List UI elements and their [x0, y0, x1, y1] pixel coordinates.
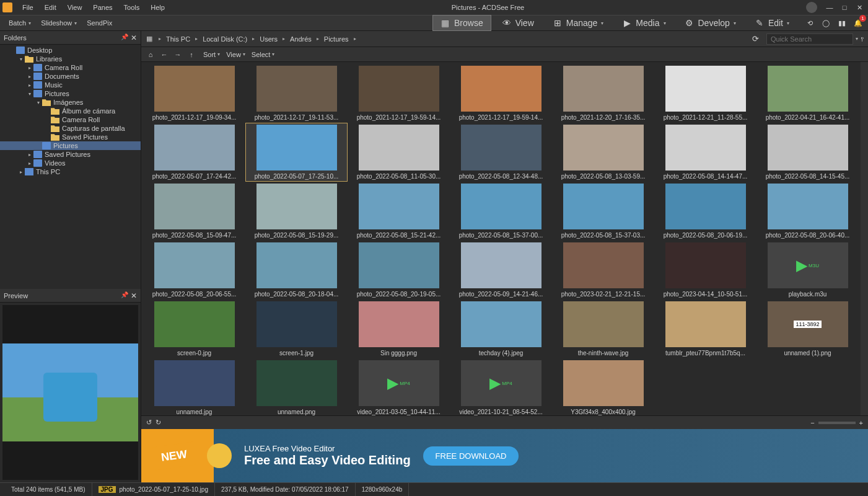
breadcrumb-chevron-icon[interactable]: ▸	[315, 36, 320, 42]
thumbnail-item[interactable]: photo_2021-12-20_17-16-35...	[553, 64, 654, 122]
tree-item[interactable]: ▾Pictures	[0, 89, 141, 98]
tree-twisty-icon[interactable]: ▸	[26, 65, 33, 71]
minimize-button[interactable]: —	[823, 3, 836, 12]
tree-twisty-icon[interactable]: ▸	[17, 169, 25, 175]
up-icon[interactable]: ↑	[186, 49, 197, 60]
mode-tab-media[interactable]: ▶Media▾	[614, 15, 673, 31]
tree-item[interactable]: Pictures	[0, 141, 141, 150]
breadcrumb-segment[interactable]: Pictures	[322, 34, 351, 44]
breadcrumb-chevron-icon[interactable]: ▸	[353, 36, 357, 42]
mode-tab-edit[interactable]: ✎Edit▾	[747, 15, 797, 31]
thumbnail-item[interactable]: photo_2021-12-17_19-59-14...	[450, 64, 551, 122]
thumbnail-item[interactable]: photo_2022-05-08_11-05-30...	[348, 123, 449, 181]
tree-item[interactable]: Álbum de cámara	[0, 107, 141, 115]
menu-file[interactable]: File	[17, 2, 38, 13]
thumbnail-item[interactable]: photo_2022-05-08_15-37-03...	[553, 182, 654, 240]
sort-dropdown[interactable]: Sort▾	[203, 51, 220, 58]
thumbnail-item[interactable]: screen-1.jpg	[246, 300, 347, 358]
thumbnail-item[interactable]: photo_2022-05-08_20-18-04...	[246, 241, 347, 299]
thumbnail-item[interactable]: Sin gggg.png	[348, 300, 449, 358]
slideshow-button[interactable]: Slideshow▾	[36, 18, 82, 28]
thumbnail-item[interactable]: photo_2021-12-17_19-09-34...	[144, 64, 245, 122]
search-dropdown-icon[interactable]: ▾	[856, 36, 858, 42]
tree-item[interactable]: ▸This PC	[0, 167, 141, 176]
thumbnail-item[interactable]: photo_2022-05-08_14-15-45...	[757, 123, 858, 181]
menu-panes[interactable]: Panes	[88, 2, 117, 13]
ad-download-button[interactable]: FREE DOWNLOAD	[423, 446, 519, 466]
vertical-scrollbar[interactable]	[861, 62, 868, 415]
close-panel-icon[interactable]: ✕	[131, 291, 137, 300]
thumbnail-item[interactable]: photo_2021-12-17_19-11-53...	[246, 64, 347, 122]
thumbnail-item[interactable]: ▶MP4video_2021-03-05_10-44-11...	[348, 359, 449, 415]
thumbnail-item[interactable]: ▶MP4video_2021-10-21_08-54-52...	[450, 359, 551, 415]
zoom-slider[interactable]	[818, 422, 856, 424]
thumbnail-item[interactable]: 111-3892unnamed (1).png	[757, 300, 858, 358]
folder-icon[interactable]: ▦	[144, 33, 155, 45]
refresh-icon[interactable]: ⟳	[752, 34, 759, 43]
thumbnail-item[interactable]: ▶M3Uplayback.m3u	[757, 241, 858, 299]
sendpix-button[interactable]: SendPix	[82, 18, 117, 28]
forward-icon[interactable]: →	[172, 49, 183, 60]
zoom-out-icon[interactable]: −	[810, 419, 814, 427]
user-avatar-icon[interactable]	[806, 2, 817, 13]
breadcrumb-chevron-icon[interactable]: ▸	[281, 36, 286, 42]
tree-item[interactable]: ▸Videos	[0, 159, 141, 167]
thumbnail-item[interactable]: photo_2023-02-21_12-21-15...	[553, 241, 654, 299]
breadcrumb-segment[interactable]: Local Disk (C:)	[200, 34, 250, 44]
mode-tab-browse[interactable]: ▦Browse	[432, 15, 491, 31]
thumbnail-item[interactable]: photo_2022-05-08_15-37-00...	[450, 182, 551, 240]
thumbnail-item[interactable]: photo_2022-05-07_17-24-42...	[144, 123, 245, 181]
tree-item[interactable]: Capturas de pantalla	[0, 124, 141, 133]
mode-tab-manage[interactable]: ⊞Manage▾	[545, 15, 612, 31]
tree-twisty-icon[interactable]: ▸	[26, 161, 33, 166]
thumbnail-item[interactable]: photo_2021-12-21_11-28-55...	[655, 64, 756, 122]
close-panel-icon[interactable]: ✕	[131, 33, 137, 42]
365-icon[interactable]: ◯	[820, 17, 832, 29]
thumbnail-item[interactable]: photo_2022-05-08_20-06-19...	[655, 182, 756, 240]
thumbnail-item[interactable]: photo_2023-04-14_10-50-51...	[655, 241, 756, 299]
ad-banner[interactable]: NEW LUXEA Free Video Editor Free and Eas…	[141, 429, 868, 482]
mode-tab-view[interactable]: 👁View	[494, 15, 542, 31]
menu-edit[interactable]: Edit	[40, 2, 61, 13]
select-dropdown[interactable]: Select▾	[252, 51, 275, 58]
pin-icon[interactable]: 📌	[121, 33, 128, 42]
thumbnail-item[interactable]: Y3Gf34x8_400x400.jpg	[553, 359, 654, 415]
thumbnail-item[interactable]: photo_2022-05-08_13-03-59...	[553, 123, 654, 181]
thumbnail-item[interactable]: photo_2022-05-09_14-21-46...	[450, 241, 551, 299]
quick-search-input[interactable]	[766, 33, 853, 45]
thumbnail-item[interactable]: photo_2022-04-21_16-42-41...	[757, 64, 858, 122]
sync-icon[interactable]: ⟲	[804, 17, 816, 29]
tree-item[interactable]: ▾Imágenes	[0, 98, 141, 107]
thumbnail-item[interactable]: photo_2022-05-08_15-09-47...	[144, 182, 245, 240]
thumbnail-item[interactable]: photo_2022-05-07_17-25-10...	[246, 123, 347, 181]
tree-twisty-icon[interactable]: ▸	[26, 152, 33, 157]
menu-tools[interactable]: Tools	[119, 2, 145, 13]
tree-item[interactable]: Saved Pictures	[0, 133, 141, 141]
stats-icon[interactable]: ▮▮	[836, 17, 848, 29]
back-icon[interactable]: ←	[159, 49, 170, 60]
breadcrumb-segment[interactable]: Users	[257, 34, 280, 44]
tree-twisty-icon[interactable]: ▾	[17, 56, 25, 62]
reload-cw-icon[interactable]: ↻	[156, 418, 161, 427]
reload-ccw-icon[interactable]: ↺	[146, 418, 152, 427]
tree-item[interactable]: ▸Music	[0, 81, 141, 89]
tree-twisty-icon[interactable]: ▸	[26, 82, 33, 88]
home-icon[interactable]: ⌂	[145, 49, 156, 60]
thumbnail-item[interactable]: photo_2022-05-08_15-19-29...	[246, 182, 347, 240]
mode-tab-develop[interactable]: ⚙Develop▾	[677, 15, 744, 31]
batch-button[interactable]: Batch▾	[4, 18, 36, 28]
thumbnail-item[interactable]: photo_2022-05-08_20-06-40...	[757, 182, 858, 240]
close-button[interactable]: ✕	[853, 3, 866, 12]
zoom-in-icon[interactable]: +	[859, 419, 863, 427]
thumbnail-item[interactable]: the-ninth-wave.jpg	[553, 300, 654, 358]
tree-item[interactable]: ▸Documents	[0, 72, 141, 81]
thumbnail-item[interactable]: photo_2022-05-08_15-21-42...	[348, 182, 449, 240]
tree-twisty-icon[interactable]: ▸	[26, 74, 33, 79]
thumbnail-item[interactable]: unnamed.jpg	[144, 359, 245, 415]
breadcrumb-chevron-icon[interactable]: ▸	[157, 36, 162, 42]
tree-twisty-icon[interactable]: ▾	[35, 100, 42, 105]
thumbnail-item[interactable]: techday (4).jpeg	[450, 300, 551, 358]
breadcrumb-segment[interactable]: Andrés	[287, 34, 314, 44]
filter-icon[interactable]: ⫯	[861, 35, 864, 43]
notification-bell-icon[interactable]: 🔔1	[852, 17, 864, 29]
